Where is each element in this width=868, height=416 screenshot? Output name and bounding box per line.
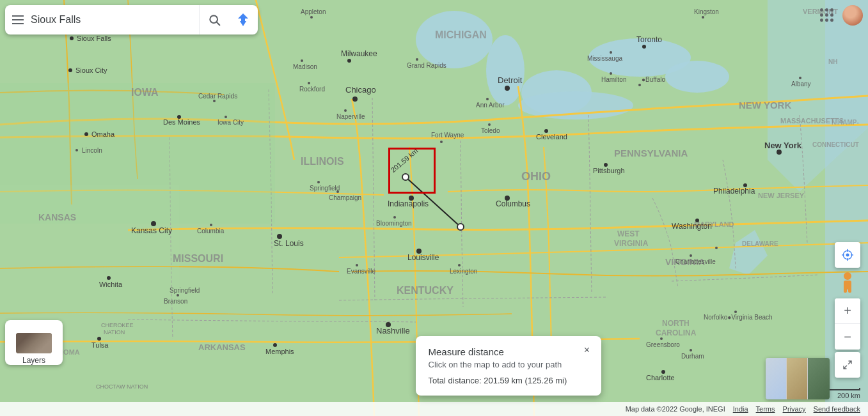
svg-text:Chicago: Chicago	[345, 85, 376, 95]
svg-text:MISSOURI: MISSOURI	[173, 253, 223, 264]
map-container[interactable]: Sioux Falls Sioux City Omaha Lincoln Ced…	[0, 0, 868, 416]
svg-text:PENNSYLVANIA: PENNSYLVANIA	[614, 148, 688, 158]
zoom-out-button[interactable]: −	[835, 324, 860, 350]
svg-text:Rockford: Rockford	[299, 86, 325, 93]
svg-text:Nashville: Nashville	[376, 326, 410, 335]
svg-text:Charlotte: Charlotte	[646, 374, 675, 381]
svg-text:Mississauga: Mississauga	[587, 55, 622, 62]
svg-text:Branson: Branson	[164, 298, 187, 305]
svg-text:Greensboro: Greensboro	[646, 341, 680, 348]
svg-text:Washington: Washington	[672, 222, 712, 231]
svg-text:Columbus: Columbus	[496, 199, 530, 208]
svg-point-75	[486, 98, 489, 100]
thumbnail-default[interactable]	[766, 358, 787, 399]
svg-text:MASSACHUSETTS: MASSACHUSETTS	[780, 117, 844, 125]
svg-point-100	[301, 59, 303, 62]
zoom-in-button[interactable]: +	[835, 298, 860, 324]
svg-text:Sioux City: Sioux City	[75, 66, 107, 74]
svg-text:IOWA: IOWA	[131, 87, 159, 98]
svg-text:Philadelphia: Philadelphia	[713, 187, 755, 196]
svg-text:St. Louis: St. Louis	[274, 239, 304, 248]
measure-close-button[interactable]: ×	[580, 343, 595, 358]
privacy-link[interactable]: Privacy	[783, 405, 806, 413]
expand-button[interactable]	[835, 352, 860, 378]
thumbnail-terrain[interactable]	[787, 358, 808, 399]
india-link[interactable]: India	[733, 405, 748, 413]
svg-text:Durham: Durham	[681, 353, 704, 360]
measure-popup-title: Measure distance	[429, 346, 588, 357]
svg-point-32	[277, 234, 282, 239]
svg-point-14	[68, 68, 72, 72]
svg-point-28	[107, 276, 111, 280]
svg-point-149	[844, 272, 851, 280]
map-type-thumbnails[interactable]	[766, 358, 830, 399]
svg-point-130	[690, 349, 692, 351]
svg-text:KENTUCKY: KENTUCKY	[397, 285, 454, 296]
svg-text:Fort Wayne: Fort Wayne	[431, 132, 464, 139]
svg-text:●Buffalo: ●Buffalo	[642, 76, 665, 83]
svg-text:NATION: NATION	[104, 329, 125, 335]
directions-button[interactable]	[228, 5, 258, 35]
svg-point-142	[402, 174, 409, 180]
svg-point-109	[610, 72, 612, 75]
measure-popup-distance: Total distance: 201.59 km (125.26 mi)	[429, 376, 588, 385]
svg-point-18	[75, 149, 78, 151]
svg-text:Albany: Albany	[791, 81, 811, 88]
profile-avatar[interactable]	[842, 5, 863, 26]
svg-point-111	[702, 16, 704, 19]
hamburger-icon	[12, 15, 24, 24]
menu-button[interactable]	[5, 5, 31, 35]
svg-text:New York: New York	[764, 141, 802, 150]
svg-text:Milwaukee: Milwaukee	[341, 49, 377, 58]
svg-point-34	[177, 294, 179, 297]
svg-text:ARKANSAS: ARKANSAS	[198, 343, 246, 352]
svg-text:Ann Arbor: Ann Arbor	[476, 102, 505, 109]
apps-icon	[820, 8, 834, 22]
svg-text:Naperville: Naperville	[336, 113, 365, 120]
directions-icon	[235, 12, 251, 27]
svg-rect-11	[0, 185, 179, 313]
svg-text:NORTH: NORTH	[662, 319, 690, 328]
svg-point-65	[488, 123, 491, 126]
search-button[interactable]	[199, 5, 228, 35]
search-bar	[5, 5, 258, 35]
search-icon	[208, 13, 221, 26]
svg-text:Norfolko●Virginia Beach: Norfolko●Virginia Beach	[704, 314, 773, 321]
search-input[interactable]	[31, 14, 199, 26]
thumbnail-satellite[interactable]	[808, 358, 830, 399]
svg-text:Grand Rapids: Grand Rapids	[407, 62, 446, 69]
svg-text:Madison: Madison	[293, 63, 317, 70]
svg-text:Columbia: Columbia	[197, 227, 225, 235]
svg-point-41	[352, 96, 358, 102]
pegman-button[interactable]	[835, 270, 860, 296]
svg-point-147	[846, 254, 849, 257]
terms-link[interactable]: Terms	[756, 405, 775, 413]
svg-point-119	[777, 150, 782, 155]
svg-text:Evansville: Evansville	[347, 268, 375, 275]
location-icon	[841, 249, 854, 261]
svg-point-115	[638, 84, 641, 86]
location-button[interactable]	[835, 242, 860, 268]
svg-point-49	[336, 190, 339, 193]
svg-point-30	[210, 224, 212, 226]
layers-button[interactable]: Layers	[5, 320, 63, 365]
pegman-icon	[837, 272, 858, 295]
svg-point-51	[356, 264, 358, 266]
svg-point-113	[610, 51, 612, 54]
apps-button[interactable]	[817, 5, 837, 26]
layers-thumbnail	[16, 333, 52, 353]
svg-text:MICHIGAN: MICHIGAN	[435, 29, 487, 40]
svg-point-45	[308, 82, 310, 84]
svg-text:NEW JERSEY: NEW JERSEY	[758, 192, 805, 199]
svg-point-43	[344, 109, 347, 112]
svg-text:Kansas City: Kansas City	[131, 226, 172, 235]
expand-icon	[842, 360, 853, 370]
svg-text:Des Moines: Des Moines	[163, 118, 201, 126]
svg-text:Omaha: Omaha	[91, 130, 115, 138]
svg-text:Charlottesville: Charlottesville	[675, 258, 716, 265]
svg-point-5	[665, 61, 729, 93]
svg-point-107	[642, 45, 646, 49]
send-feedback-link[interactable]: Send feedback	[814, 405, 860, 413]
svg-point-143	[457, 224, 464, 230]
svg-text:OHIO: OHIO	[521, 170, 551, 183]
